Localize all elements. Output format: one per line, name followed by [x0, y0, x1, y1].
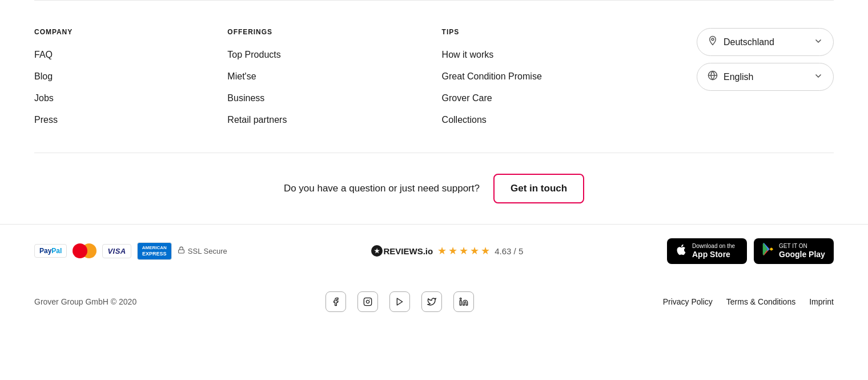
apple-store-small-text: Download on the: [692, 243, 735, 250]
app-buttons: Download on the App Store GET IT ON Goog…: [667, 238, 834, 264]
offerings-heading: OFFERINGS: [227, 28, 287, 36]
top-products-link[interactable]: Top Products: [227, 50, 280, 59]
twitter-icon[interactable]: [421, 291, 442, 312]
lock-icon: [178, 246, 185, 255]
privacy-policy-link[interactable]: Privacy Policy: [663, 297, 713, 306]
company-column: COMPANY FAQ Blog Jobs Press: [34, 28, 73, 125]
globe-icon: [708, 70, 718, 83]
svg-point-8: [460, 298, 461, 299]
list-item: Press: [34, 115, 73, 125]
miettse-link[interactable]: Miet'se: [227, 71, 256, 81]
list-item: Grover Care: [442, 93, 542, 103]
svg-rect-7: [460, 301, 461, 305]
get-in-touch-button[interactable]: Get in touch: [493, 174, 584, 203]
apple-store-big-text: App Store: [692, 250, 735, 259]
copyright-text: Grover Group GmbH © 2020: [34, 297, 136, 306]
list-item: Miet'se: [227, 71, 287, 82]
tips-links: How it works Great Condition Promise Gro…: [442, 50, 542, 125]
svg-rect-3: [178, 250, 184, 253]
collections-link[interactable]: Collections: [442, 115, 487, 125]
country-label: Deutschland: [724, 37, 774, 47]
retail-partners-link[interactable]: Retail partners: [227, 115, 287, 125]
reviews-score: 4.63 / 5: [495, 246, 523, 256]
company-links: FAQ Blog Jobs Press: [34, 50, 73, 125]
great-condition-link[interactable]: Great Condition Promise: [442, 71, 542, 81]
list-item: Great Condition Promise: [442, 71, 542, 82]
list-item: Collections: [442, 115, 542, 125]
reviews-dot-icon: ★: [371, 245, 383, 257]
tips-heading: TIPS: [442, 28, 542, 36]
star-2: ★: [448, 245, 457, 257]
list-item: Blog: [34, 71, 73, 82]
reviews-logo-text: REVIEWS.io: [384, 246, 433, 256]
contact-question: Do you have a question or just need supp…: [284, 183, 480, 194]
imprint-link[interactable]: Imprint: [809, 297, 834, 306]
google-play-big-text: Google Play: [779, 250, 825, 259]
star-4: ★: [470, 245, 479, 257]
jobs-link[interactable]: Jobs: [34, 93, 54, 103]
how-it-works-link[interactable]: How it works: [442, 50, 494, 59]
location-icon: [708, 35, 718, 49]
list-item: FAQ: [34, 50, 73, 60]
payment-methods: PayPal VISA AMERICAN EXPRESS SSL Secure: [34, 242, 227, 259]
reviews-section: ★ REVIEWS.io ★ ★ ★ ★ ★ 4.63 / 5: [371, 245, 524, 257]
star-5: ★: [481, 245, 490, 257]
google-play-small-text: GET IT ON: [779, 243, 825, 250]
company-heading: COMPANY: [34, 28, 73, 36]
ssl-label: SSL Secure: [188, 247, 227, 255]
bottom-bar: Grover Group GmbH © 2020: [0, 278, 868, 326]
instagram-icon[interactable]: [357, 291, 378, 312]
locale-column: Deutschland: [697, 28, 834, 125]
svg-marker-6: [397, 298, 402, 305]
facebook-icon[interactable]: [326, 291, 346, 312]
list-item: Top Products: [227, 50, 287, 60]
faq-link[interactable]: FAQ: [34, 50, 53, 59]
chevron-down-icon: [814, 71, 823, 82]
list-item: Retail partners: [227, 115, 287, 125]
svg-point-0: [712, 38, 714, 41]
offerings-links: Top Products Miet'se Business Retail par…: [227, 50, 287, 125]
chevron-down-icon: [814, 37, 823, 47]
paypal-badge: PayPal: [34, 244, 67, 258]
google-play-icon: [762, 243, 774, 259]
press-link[interactable]: Press: [34, 115, 58, 125]
amex-badge: AMERICAN EXPRESS: [137, 242, 172, 259]
visa-badge: VISA: [102, 244, 131, 258]
terms-conditions-link[interactable]: Terms & Conditions: [726, 297, 795, 306]
contact-section: Do you have a question or just need supp…: [0, 153, 868, 224]
bottom-section: PayPal VISA AMERICAN EXPRESS SSL Secure …: [0, 224, 868, 278]
mastercard-badge: [73, 243, 97, 258]
list-item: Business: [227, 93, 287, 103]
business-link[interactable]: Business: [227, 93, 264, 103]
legal-links: Privacy Policy Terms & Conditions Imprin…: [663, 297, 834, 306]
star-rating: ★ ★ ★ ★ ★: [437, 245, 490, 257]
apple-icon: [675, 243, 688, 258]
country-selector[interactable]: Deutschland: [697, 28, 834, 56]
blog-link[interactable]: Blog: [34, 71, 53, 81]
social-icons: [326, 291, 474, 312]
offerings-column: OFFERINGS Top Products Miet'se Business …: [227, 28, 287, 125]
language-label: English: [724, 72, 753, 82]
google-play-button[interactable]: GET IT ON Google Play: [754, 238, 834, 264]
linkedin-icon[interactable]: [453, 291, 474, 312]
footer-nav: COMPANY FAQ Blog Jobs Press OFFERINGS To…: [34, 1, 834, 153]
svg-rect-4: [364, 298, 371, 305]
star-3: ★: [459, 245, 468, 257]
list-item: How it works: [442, 50, 542, 60]
apple-app-store-button[interactable]: Download on the App Store: [667, 238, 747, 264]
reviews-logo: ★ REVIEWS.io: [371, 245, 433, 257]
star-1: ★: [437, 245, 447, 257]
tips-column: TIPS How it works Great Condition Promis…: [442, 28, 542, 125]
grover-care-link[interactable]: Grover Care: [442, 93, 492, 103]
ssl-secure-badge: SSL Secure: [178, 246, 227, 255]
youtube-icon[interactable]: [389, 291, 410, 312]
list-item: Jobs: [34, 93, 73, 103]
language-selector[interactable]: English: [697, 63, 834, 91]
